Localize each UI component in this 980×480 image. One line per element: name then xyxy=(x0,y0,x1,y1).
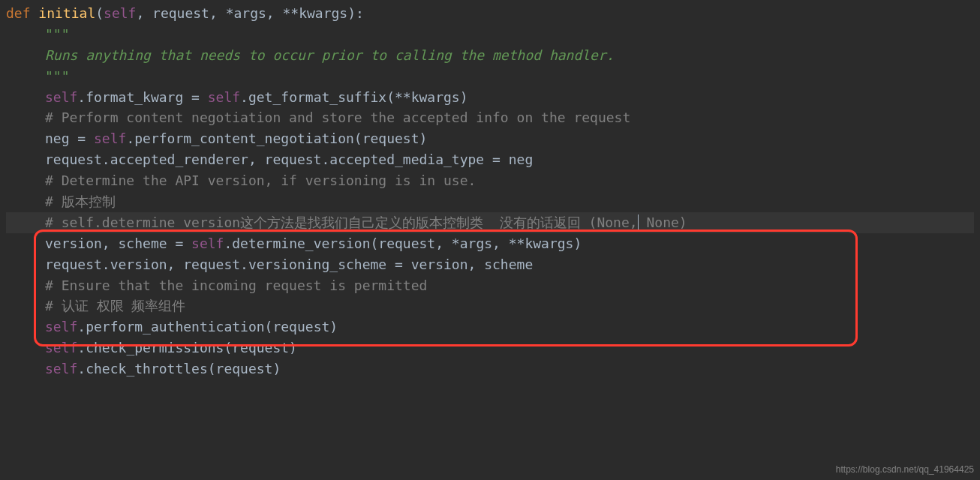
self: self xyxy=(45,319,77,334)
code-line-12: # 版本控制 xyxy=(6,191,974,212)
code-text: .get_format_suffix(**kwargs) xyxy=(240,89,467,105)
code-text: .format_kwarg = xyxy=(77,89,207,105)
colon: : xyxy=(356,5,364,21)
code-line-18: # 认证 权限 频率组件 xyxy=(6,296,974,316)
code-editor[interactable]: def initial(self, request, *args, **kwar… xyxy=(6,3,974,380)
code-line-19: self.perform_authentication(request) xyxy=(6,316,974,338)
code-line-5: self.format_kwarg = self.get_format_suff… xyxy=(6,87,974,108)
code-line-20: self.check_permissions(request) xyxy=(6,338,974,358)
code-text: request.accepted_renderer, request.accep… xyxy=(45,152,533,167)
self-param: self xyxy=(104,5,136,21)
code-line-17: # Ensure that the incoming request is pe… xyxy=(6,275,974,296)
comment: # 版本控制 xyxy=(45,194,116,209)
code-text: version, scheme = xyxy=(45,236,191,251)
docstring-text: Runs anything that needs to occur prior … xyxy=(45,47,615,63)
code-line-4: """ xyxy=(6,66,974,87)
self: self xyxy=(94,130,126,146)
keyword-def: def xyxy=(6,5,38,21)
code-text: request.version, request.versioning_sche… xyxy=(45,256,533,272)
self: self xyxy=(45,340,77,356)
comment: # 认证 权限 频率组件 xyxy=(45,298,185,314)
code-line-8: neg = self.perform_content_negotiation(r… xyxy=(6,128,974,149)
code-text: .perform_content_negotiation(request) xyxy=(126,130,427,146)
comment: None) xyxy=(639,214,687,230)
self: self xyxy=(191,236,224,251)
code-line-2: """ xyxy=(6,24,974,45)
watermark: https://blog.csdn.net/qq_41964425 xyxy=(836,463,974,477)
code-line-9: request.accepted_renderer, request.accep… xyxy=(6,149,974,170)
code-line-15: request.version, request.versioning_sche… xyxy=(6,254,974,275)
code-text: .check_throttles(request) xyxy=(77,361,281,376)
comment: # self.determine_version这个方法是找我们自己定义的版本控… xyxy=(45,214,638,230)
code-line-1: def initial(self, request, *args, **kwar… xyxy=(6,3,974,24)
self: self xyxy=(45,361,77,376)
code-text: .determine_version(request, *args, **kwa… xyxy=(224,236,582,251)
comment: # Perform content negotiation and store … xyxy=(45,110,630,125)
docstring-close: """ xyxy=(45,68,70,84)
comment: # Determine the API version, if versioni… xyxy=(45,172,476,188)
code-line-14: version, scheme = self.determine_version… xyxy=(6,233,974,254)
code-text: neg = xyxy=(45,130,94,146)
comment: # Ensure that the incoming request is pe… xyxy=(45,278,427,293)
code-text: .check_permissions(request) xyxy=(77,340,297,356)
code-line-21: self.check_throttles(request) xyxy=(6,358,974,380)
function-name: initial xyxy=(38,5,95,21)
code-line-3: Runs anything that needs to occur prior … xyxy=(6,45,974,66)
code-text: .perform_authentication(request) xyxy=(77,319,338,334)
lparen: ( xyxy=(95,5,104,21)
code-line-13: # self.determine_version这个方法是找我们自己定义的版本控… xyxy=(6,212,974,233)
params: , request, *args, **kwargs) xyxy=(136,5,356,21)
code-line-7: # Perform content negotiation and store … xyxy=(6,107,974,128)
self: self xyxy=(45,89,77,105)
code-line-11: # Determine the API version, if versioni… xyxy=(6,170,974,191)
docstring-open: """ xyxy=(45,26,70,42)
self: self xyxy=(208,89,240,105)
